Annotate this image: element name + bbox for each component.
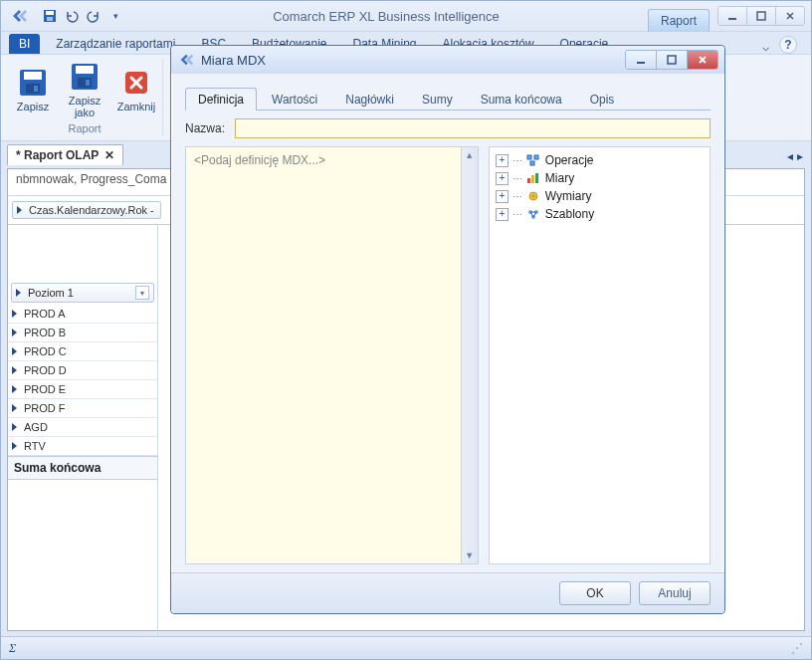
context-tab-raport[interactable]: Raport (648, 9, 710, 32)
expand-icon[interactable]: + (496, 172, 508, 185)
tab-opis[interactable]: Opis (577, 88, 628, 110)
dialog-window-buttons (625, 50, 718, 70)
window-buttons (717, 6, 805, 26)
row-level-selector[interactable]: Poziom 1 ▾ (11, 283, 154, 303)
dialog-maximize-button[interactable] (656, 51, 687, 69)
row-item[interactable]: PROD A (8, 305, 157, 324)
quick-access-toolbar: ▾ (41, 7, 124, 25)
mdx-tree[interactable]: +⋯ Operacje +⋯ Miary +⋯ Wymiary (489, 146, 710, 564)
tree-node-operacje[interactable]: +⋯ Operacje (496, 151, 704, 169)
scroll-down-icon[interactable]: ▼ (462, 548, 478, 563)
dialog-titlebar[interactable]: Miara MDX (171, 46, 724, 74)
row-item[interactable]: PROD B (8, 324, 157, 342)
expand-icon[interactable]: + (496, 154, 508, 167)
measures-icon (525, 171, 541, 185)
tab-nav-right-icon[interactable]: ▸ (795, 147, 805, 165)
name-input[interactable] (235, 118, 710, 138)
operations-icon (525, 153, 541, 167)
tab-definicja[interactable]: Definicja (185, 88, 257, 110)
name-label: Nazwa: (185, 121, 225, 135)
svg-rect-6 (24, 72, 42, 80)
scroll-up-icon[interactable]: ▲ (462, 147, 478, 163)
app-title: Comarch ERP XL Business Intelligence (124, 9, 648, 24)
column-field-item[interactable]: Czas.Kalendarzowy.Rok - (12, 201, 161, 219)
svg-rect-15 (668, 56, 676, 64)
svg-rect-3 (728, 18, 736, 20)
tab-nav-left-icon[interactable]: ◂ (785, 147, 795, 165)
tree-node-miary[interactable]: +⋯ Miary (496, 169, 704, 187)
mdx-definition-input[interactable]: <Podaj definicję MDX...> ▲ ▼ (185, 146, 479, 564)
close-report-button[interactable]: Zamknij (116, 67, 156, 112)
dialog-minimize-button[interactable] (626, 51, 656, 69)
row-item[interactable]: PROD F (8, 399, 157, 418)
svg-rect-21 (535, 173, 538, 183)
save-as-label: Zapiszjako (69, 95, 101, 118)
qat-undo-icon[interactable] (63, 7, 81, 25)
tab-sumy[interactable]: Sumy (409, 88, 466, 110)
help-icon[interactable]: ? (779, 36, 797, 54)
ribbon-group-raport: Zapisz Zapiszjako Zamknij Raport (7, 59, 163, 136)
row-item[interactable]: PROD E (8, 380, 157, 399)
document-tab-title: * Raport OLAP (16, 148, 99, 162)
expand-icon[interactable]: + (496, 208, 508, 221)
save-button[interactable]: Zapisz (13, 67, 53, 112)
sigma-icon[interactable]: Σ (9, 641, 16, 656)
row-item[interactable]: AGD (8, 418, 157, 437)
row-item[interactable]: RTV (8, 437, 157, 456)
ribbon-group-label: Raport (68, 122, 101, 136)
svg-rect-20 (531, 175, 534, 183)
ribbon-tab-zarzadzanie[interactable]: Zarządzanie raportami (46, 34, 185, 54)
mdx-measure-dialog: Miara MDX Definicja Wartości Nagłówki Su… (170, 45, 725, 614)
chevron-down-icon[interactable]: ▾ (135, 286, 149, 300)
close-button[interactable] (775, 7, 804, 25)
svg-rect-12 (86, 80, 90, 86)
maximize-button[interactable] (746, 7, 775, 25)
minimize-button[interactable] (718, 7, 746, 25)
tree-node-szablony[interactable]: +⋯ Szablony (496, 205, 704, 223)
row-item[interactable]: PROD D (8, 361, 157, 380)
close-label: Zamknij (117, 101, 156, 112)
tab-suma-koncowa[interactable]: Suma końcowa (468, 88, 575, 110)
dialog-title: Miara MDX (201, 53, 625, 68)
svg-rect-16 (527, 155, 531, 159)
svg-rect-1 (46, 11, 54, 15)
titlebar: ▾ Comarch ERP XL Business Intelligence R… (1, 1, 811, 32)
tree-node-wymiary[interactable]: +⋯ Wymiary (496, 187, 704, 205)
templates-icon (525, 207, 541, 221)
expand-icon[interactable]: + (496, 190, 508, 203)
row-item[interactable]: PROD C (8, 342, 157, 361)
close-tab-icon[interactable]: ✕ (104, 148, 114, 162)
document-tab[interactable]: * Raport OLAP ✕ (7, 144, 123, 165)
tab-naglowki[interactable]: Nagłówki (332, 88, 407, 110)
svg-rect-19 (527, 178, 530, 183)
save-label: Zapisz (17, 101, 49, 112)
app-icon (177, 51, 195, 69)
qat-dropdown-icon[interactable]: ▾ (106, 7, 124, 25)
ribbon-tab-bi[interactable]: BI (9, 34, 40, 54)
svg-rect-2 (47, 17, 53, 21)
svg-rect-18 (530, 161, 534, 165)
dialog-close-button[interactable] (687, 51, 717, 69)
svg-rect-17 (534, 155, 538, 159)
ribbon-collapse-icon[interactable]: ⌵ (762, 40, 769, 54)
save-as-button[interactable]: Zapiszjako (65, 61, 104, 118)
resize-grip-icon[interactable]: ⋰ (791, 641, 803, 655)
ok-button[interactable]: OK (559, 581, 631, 605)
dialog-tabs: Definicja Wartości Nagłówki Sumy Suma ko… (185, 84, 710, 110)
svg-rect-14 (637, 62, 645, 64)
svg-rect-8 (34, 86, 38, 92)
svg-rect-10 (76, 66, 94, 74)
row-panel: Poziom 1 ▾ PROD A PROD B PROD C PROD D P… (8, 225, 158, 638)
name-row: Nazwa: (185, 118, 710, 138)
cancel-button[interactable]: Anuluj (639, 581, 710, 605)
floppy-icon (69, 61, 101, 93)
dimensions-icon (525, 189, 541, 203)
qat-redo-icon[interactable] (85, 7, 102, 25)
svg-rect-4 (757, 12, 765, 20)
floppy-icon (17, 67, 49, 99)
scrollbar[interactable]: ▲ ▼ (461, 147, 478, 563)
qat-save-icon[interactable] (41, 7, 59, 25)
grand-total-row: Suma końcowa (8, 456, 157, 480)
close-icon (120, 67, 152, 99)
tab-wartosci[interactable]: Wartości (259, 88, 330, 110)
